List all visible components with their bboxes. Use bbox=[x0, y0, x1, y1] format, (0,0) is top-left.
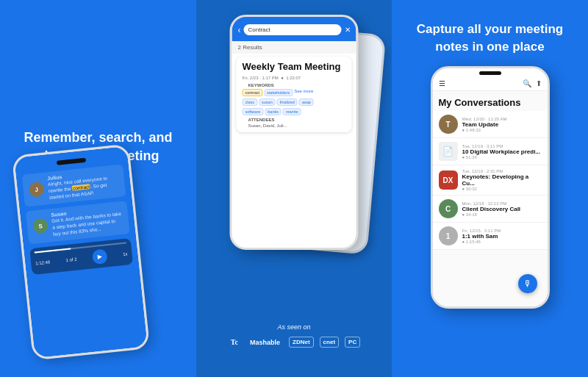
phone-notch-right bbox=[479, 71, 501, 75]
as-seen-on-section: As seen on Tc Mashable ZDNet cnet PC bbox=[196, 323, 392, 348]
avatar-doc-1: 📄 bbox=[439, 142, 458, 161]
convo-info-3: Mon, 12/18 · 12:12 PM Client Discovery C… bbox=[462, 201, 542, 217]
chat-row-1: J Julius Alright, nice call everyone to … bbox=[22, 164, 126, 207]
convo-name-3: Client Discovery Call bbox=[462, 206, 542, 212]
highlight-contract: contract bbox=[72, 184, 91, 191]
playback-bar: 1:12:46 1 of 2 ▶ 1x bbox=[29, 237, 133, 274]
chip-row-2: class susan finalized asap bbox=[243, 98, 346, 106]
page-count: 1 of 2 bbox=[65, 256, 77, 262]
right-headline: Capture all your meeting notes in one pl… bbox=[392, 21, 588, 56]
chat-row-2: S Susan Got it. And with the banks to ta… bbox=[26, 201, 130, 243]
chip-class: class bbox=[243, 98, 258, 106]
avatar-julius: J bbox=[29, 182, 45, 198]
back-arrow-icon[interactable]: ‹ bbox=[238, 25, 241, 35]
time-elapsed: 1:12:46 bbox=[35, 259, 51, 265]
see-more-link[interactable]: See more bbox=[294, 89, 313, 96]
meeting-meta: Fri, 2/23 · 1:17 PM ● 1:22:07 bbox=[243, 76, 346, 80]
toolbar-icons: 🔍 ⬆ bbox=[523, 79, 542, 87]
chip-contract: contract bbox=[243, 89, 263, 96]
as-seen-on-label: As seen on bbox=[196, 323, 392, 331]
keywords-label: KEYWORDS bbox=[248, 83, 346, 87]
avatar-person-4: 1 bbox=[439, 226, 458, 245]
phone-screen-left: J Julius Alright, nice call everyone to … bbox=[14, 146, 148, 359]
chip-asap: asap bbox=[299, 98, 314, 106]
conversation-item[interactable]: 1 Fri, 12/15 · 3:11 PM 1:1 with Sam ● 1:… bbox=[433, 223, 548, 250]
convo-info-2: Tue, 12/19 · 2:31 PM Keynotes: Developin… bbox=[462, 169, 542, 191]
avatar-susan: S bbox=[32, 218, 49, 234]
zdnet-logo: ZDNet bbox=[289, 337, 314, 348]
mic-fab-button[interactable]: 🎙 bbox=[518, 274, 537, 293]
cnet-logo: cnet bbox=[320, 337, 339, 348]
convo-duration-1: ● 51:24 bbox=[462, 155, 542, 159]
phone-mockup-right: ☰ 🔍 ⬆ My Conversations T Wed, 12/20 · 11… bbox=[431, 66, 550, 309]
conversations-list: T Wed, 12/20 · 11:20 AM Team Update ● 1:… bbox=[433, 111, 548, 250]
pc-logo: PC bbox=[345, 337, 360, 348]
hamburger-icon[interactable]: ☰ bbox=[439, 79, 520, 87]
convo-name-1: 10 Digital Workplace predi... bbox=[462, 148, 542, 155]
status-bar bbox=[433, 68, 548, 76]
tc-logo: Tc bbox=[228, 337, 241, 348]
convo-info-4: Fri, 12/15 · 3:11 PM 1:1 with Sam ● 1:15… bbox=[462, 229, 542, 244]
phone-notch bbox=[57, 158, 86, 165]
speed-label: 1x bbox=[123, 251, 128, 256]
avatar-person-3: C bbox=[439, 199, 458, 218]
convo-info-1: Tue, 12/19 · 3:11 PM 10 Digital Workplac… bbox=[462, 144, 542, 159]
mashable-logo: Mashable bbox=[247, 337, 283, 348]
right-panel: Capture all your meeting notes in one pl… bbox=[392, 0, 588, 377]
phone-screen-mid: ‹ Contract ✕ 2 Results Weekly Team Meeti… bbox=[232, 17, 356, 248]
convo-duration-3: ● 34:18 bbox=[462, 212, 542, 217]
left-panel: Remember, search, and share your meeting… bbox=[0, 0, 196, 377]
chip-rewrite: rewrite bbox=[283, 108, 301, 115]
chip-banks: banks bbox=[265, 108, 282, 115]
chip-software: software bbox=[243, 108, 264, 115]
chip-susan: susan bbox=[259, 98, 276, 106]
convo-name-2: Keynotes: Developing a Cu... bbox=[462, 173, 542, 187]
chat-info-1: Julius Alright, nice call everyone to re… bbox=[47, 168, 120, 201]
phone-screen-right: ☰ 🔍 ⬆ My Conversations T Wed, 12/20 · 11… bbox=[433, 68, 548, 306]
convo-name-4: 1:1 with Sam bbox=[462, 233, 542, 240]
convo-name-0: Team Update bbox=[462, 121, 542, 128]
convo-info-0: Wed, 12/20 · 11:20 AM Team Update ● 1:48… bbox=[462, 117, 542, 132]
attendees-label: ATTENDEES bbox=[248, 118, 346, 122]
search-bar: ‹ Contract ✕ bbox=[232, 17, 356, 41]
attendees-text: Susan, David, Juli... bbox=[243, 123, 346, 128]
phone-mockup-mid: ‹ Contract ✕ 2 Results Weekly Team Meeti… bbox=[230, 15, 359, 250]
chat-info-2: Susan Got it. And with the banks to take… bbox=[51, 205, 123, 237]
keyword-chips: contract stakeholders See more bbox=[243, 89, 346, 96]
convo-duration-0: ● 1:48:33 bbox=[462, 128, 542, 132]
chip-stakeholders: stakeholders bbox=[264, 89, 293, 96]
convo-duration-4: ● 1:15:46 bbox=[462, 240, 542, 244]
phone-mockup-left: J Julius Alright, nice call everyone to … bbox=[12, 143, 150, 360]
meeting-card: Weekly Team Meeting Fri, 2/23 · 1:17 PM … bbox=[237, 57, 352, 132]
clear-icon[interactable]: ✕ bbox=[345, 26, 351, 34]
conversation-item[interactable]: 📄 Tue, 12/19 · 3:11 PM 10 Digital Workpl… bbox=[433, 138, 548, 165]
meeting-date: Fri, 2/23 · 1:17 PM bbox=[243, 76, 279, 80]
publisher-logos: Tc Mashable ZDNet cnet PC bbox=[196, 337, 392, 348]
avatar-person-0: T bbox=[439, 115, 458, 134]
convo-duration-2: ● 30:32 bbox=[462, 187, 542, 191]
meeting-title: Weekly Team Meeting bbox=[243, 61, 346, 73]
play-button[interactable]: ▶ bbox=[92, 248, 108, 265]
mid-panel: Weekly Team Meeting Fri, 2/23 · 1:17 PM … bbox=[196, 0, 392, 377]
results-count: 2 Results bbox=[232, 41, 356, 54]
search-field[interactable]: Contract bbox=[244, 24, 342, 35]
toolbar: ☰ 🔍 ⬆ bbox=[433, 76, 548, 91]
conversations-title: My Conversations bbox=[433, 91, 548, 111]
share-icon[interactable]: ⬆ bbox=[536, 79, 542, 87]
conversation-item[interactable]: C Mon, 12/18 · 12:12 PM Client Discovery… bbox=[433, 195, 548, 223]
chip-finalized: finalized bbox=[277, 98, 298, 106]
meeting-duration: 1:22:07 bbox=[286, 76, 301, 80]
chip-row-3: software banks rewrite bbox=[243, 108, 346, 115]
search-icon[interactable]: 🔍 bbox=[523, 79, 531, 87]
conversation-item[interactable]: T Wed, 12/20 · 11:20 AM Team Update ● 1:… bbox=[433, 111, 548, 138]
avatar-brand-2: DX bbox=[439, 170, 458, 190]
conversation-item[interactable]: DX Tue, 12/19 · 2:31 PM Keynotes: Develo… bbox=[433, 165, 548, 195]
